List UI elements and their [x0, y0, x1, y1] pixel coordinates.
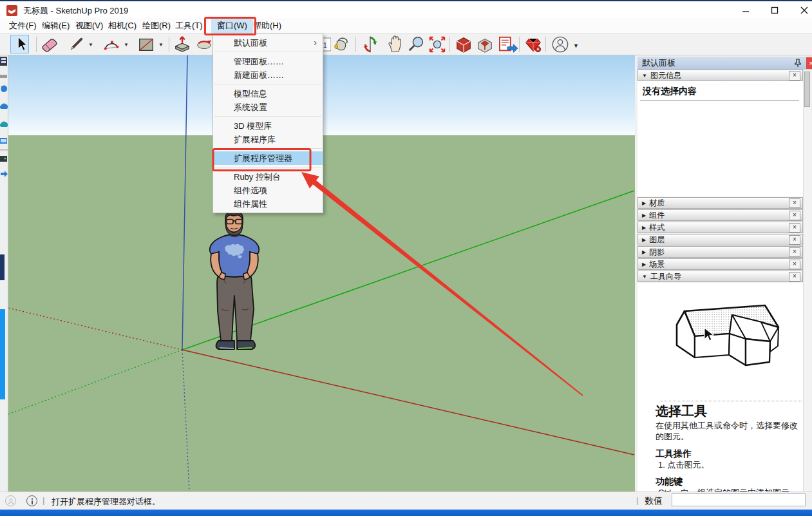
pin-icon[interactable]	[794, 59, 802, 68]
rotate-tool-icon[interactable]	[194, 35, 214, 53]
instructor-ops-item: 1. 点击图元。	[658, 459, 709, 471]
submenu-arrow-icon: ›	[314, 36, 317, 50]
section-entity-info[interactable]: ▼ 图元信息 ×	[637, 70, 803, 81]
select-tool-icon[interactable]	[12, 35, 31, 53]
instructor-divider	[661, 401, 802, 401]
section-close-icon[interactable]: ×	[789, 235, 800, 245]
expand-arrow-icon: ▶	[638, 200, 649, 206]
section-close-icon[interactable]: ×	[789, 71, 800, 81]
section-materials[interactable]: ▶ 材质 ×	[637, 197, 803, 209]
axes-tool-icon-partial[interactable]: 1	[322, 35, 331, 53]
section-instructor[interactable]: ▼ 工具向导 ×	[637, 271, 803, 282]
section-shadows[interactable]: ▶ 阴影 ×	[637, 246, 803, 258]
tray-header[interactable]: 默认面板 ×	[637, 57, 812, 70]
close-button[interactable]	[795, 3, 812, 17]
section-styles[interactable]: ▶ 样式 ×	[637, 222, 803, 233]
menu-tools[interactable]: 工具(T)	[169, 18, 209, 33]
maximize-button[interactable]	[765, 3, 784, 17]
entity-info-body: 没有选择内容	[637, 81, 803, 196]
collapse-arrow-icon: ▼	[638, 274, 650, 280]
title-bar: 无标题 - SketchUp Pro 2019	[0, 0, 812, 18]
account-dropdown[interactable]: ▼	[573, 43, 579, 49]
instructor-keys-header: 功能键	[656, 476, 683, 488]
menu-help[interactable]: 帮助(H)	[247, 18, 287, 33]
share-model-icon[interactable]	[497, 35, 519, 53]
zoom-tool-icon[interactable]	[407, 35, 426, 53]
eraser-tool-icon[interactable]	[40, 35, 59, 53]
menu-item-component-attributes[interactable]: 组件属性	[213, 197, 323, 211]
instructor-body: 选择工具 在使用其他工具或命令时，选择要修改的图元。 工具操作 1. 点击图元。…	[637, 283, 803, 492]
rectangle-tool-dropdown[interactable]: ▼	[158, 42, 164, 48]
status-separator: |	[42, 495, 44, 505]
push-pull-tool-icon[interactable]	[173, 35, 192, 53]
arc-tool-icon[interactable]	[102, 35, 121, 53]
menu-item-new-tray[interactable]: 新建面板……	[213, 68, 323, 82]
section-close-icon[interactable]: ×	[789, 198, 800, 208]
scrollbar-thumb[interactable]	[804, 72, 810, 107]
window-menu-dropdown: 默认面板› 管理面板…… 新建面板…… 模型信息 系统设置 3D 模型库 扩展程…	[212, 33, 323, 213]
menu-item-manage-trays[interactable]: 管理面板……	[213, 55, 323, 68]
rectangle-tool-icon[interactable]	[137, 35, 156, 53]
tray-title: 默认面板	[637, 57, 675, 69]
pan-tool-icon[interactable]	[385, 35, 404, 53]
extension-warehouse-icon[interactable]	[475, 35, 495, 53]
vcb-measurements-input[interactable]	[672, 493, 806, 506]
expand-arrow-icon: ▶	[638, 213, 649, 218]
menu-item-extension-manager[interactable]: 扩展程序管理器	[213, 151, 323, 165]
entity-info-empty-text: 没有选择内容	[637, 81, 803, 97]
instructor-title: 选择工具	[656, 403, 707, 420]
menu-item-ruby-console[interactable]: Ruby 控制台	[213, 170, 323, 184]
section-components[interactable]: ▶ 组件 ×	[637, 209, 803, 221]
panel-scrollbar[interactable]	[803, 70, 811, 492]
section-close-icon[interactable]: ×	[789, 272, 800, 282]
info-icon[interactable]	[26, 495, 37, 506]
instructor-keys-item: Ctrl = 向一组选定的图元中添加图元	[658, 487, 789, 492]
menu-item-preferences[interactable]: 系统设置	[213, 100, 323, 114]
menu-item-3d-warehouse[interactable]: 3D 模型库	[213, 119, 323, 133]
expand-arrow-icon: ▶	[638, 249, 649, 255]
vcb-label: 数值	[645, 495, 663, 507]
instructor-ops-header: 工具操作	[656, 448, 692, 460]
status-bar: | 打开扩展程序管理器对话框。 | 数值	[0, 492, 812, 510]
menu-item-component-options[interactable]: 组件选项	[213, 184, 323, 197]
menu-item-extension-warehouse[interactable]: 扩展程序库	[213, 133, 323, 146]
expand-arrow-icon: ▶	[638, 237, 649, 243]
collapse-arrow-icon: ▼	[638, 73, 650, 79]
vcb-separator: |	[636, 495, 638, 505]
menu-item-default-tray[interactable]: 默认面板›	[213, 36, 323, 50]
geolocation-icon[interactable]	[5, 495, 16, 506]
left-docked-toolbar	[0, 55, 8, 492]
sketchup-logo-icon	[6, 5, 17, 16]
extension-gem-icon[interactable]	[524, 35, 543, 53]
menu-bar: 文件(F) 编辑(E) 视图(V) 相机(C) 绘图(R) 工具(T) 窗口(W…	[0, 18, 812, 34]
3d-warehouse-icon[interactable]	[454, 35, 473, 53]
section-close-icon[interactable]: ×	[789, 223, 800, 233]
section-close-icon[interactable]: ×	[789, 260, 800, 269]
arc-tool-dropdown[interactable]: ▼	[124, 42, 129, 48]
expand-arrow-icon: ▶	[638, 225, 649, 231]
instructor-house-image	[658, 291, 793, 381]
window-title: 无标题 - SketchUp Pro 2019	[23, 5, 128, 17]
tray-close-button[interactable]: ×	[806, 57, 812, 69]
expand-arrow-icon: ▶	[638, 262, 649, 267]
section-layers[interactable]: ▶ 图层 ×	[637, 234, 803, 245]
line-tool-icon[interactable]	[66, 35, 86, 53]
section-scenes[interactable]: ▶ 场景 ×	[637, 258, 803, 270]
paint-bucket-tool-icon[interactable]	[332, 35, 351, 53]
status-message: 打开扩展程序管理器对话框。	[52, 496, 160, 508]
account-icon[interactable]	[551, 35, 570, 53]
minimize-button[interactable]	[736, 3, 755, 17]
menu-item-model-info[interactable]: 模型信息	[213, 87, 323, 100]
line-tool-dropdown[interactable]: ▼	[88, 42, 93, 48]
toolbar: ▼ ▼ ▼ 1 ▼	[0, 34, 812, 55]
left-strip-icons	[0, 55, 8, 492]
instructor-description: 在使用其他工具或命令时，选择要修改的图元。	[656, 420, 802, 442]
orbit-tool-icon[interactable]	[361, 35, 380, 53]
svg-text:1: 1	[323, 42, 327, 49]
window-bottom-edge	[0, 510, 812, 516]
section-close-icon[interactable]: ×	[789, 247, 800, 257]
default-tray-panel: 默认面板 × ▼ 图元信息 × 没有选择内容 ▶ 材质 × ▶ 组件 × ▶ 样…	[637, 57, 812, 492]
zoom-extents-tool-icon[interactable]	[428, 35, 447, 53]
section-close-icon[interactable]: ×	[789, 211, 800, 220]
